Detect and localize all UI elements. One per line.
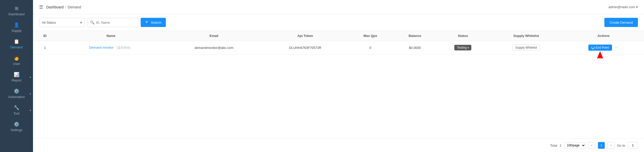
- total-count: 1: [560, 144, 561, 147]
- cell-actions: End Point ···: [563, 41, 644, 54]
- col-max-qps: Max Qps: [347, 31, 393, 41]
- user-dropdown-icon: ▾: [636, 5, 638, 9]
- col-supply-whitelist: Supply Whitelist: [489, 31, 563, 41]
- breadcrumb-separator: /: [65, 5, 66, 9]
- cell-name: Demand monitor （监控勿动）: [57, 41, 165, 54]
- actions-cell: End Point ···: [567, 45, 640, 51]
- svg-marker-0: [597, 51, 603, 58]
- search-input[interactable]: [96, 21, 135, 24]
- col-api-token: Api Token: [263, 31, 348, 41]
- sidebar-item-supply[interactable]: 👤 Supply: [0, 19, 33, 36]
- sidebar-item-tool[interactable]: 🔧 Tool ▾: [0, 102, 33, 118]
- col-name: Name: [57, 31, 165, 41]
- col-balance: Balance: [393, 31, 437, 41]
- search-input-wrap: 🔍: [87, 18, 138, 27]
- sidebar-item-label: Automation: [8, 95, 25, 99]
- breadcrumb-current: Demand: [68, 5, 81, 9]
- dashboard-icon: ⊞: [15, 6, 19, 11]
- table-header-row: ID Name Email Api Token Max Qps Balance …: [33, 31, 644, 41]
- header: ☰ Dashboard / Demand admin@nadx.com ▾: [33, 0, 644, 14]
- sidebar-item-label: User: [13, 62, 20, 66]
- report-icon: 📊: [14, 72, 19, 77]
- cell-status: Testing ▾: [437, 41, 489, 54]
- cell-id: 1: [33, 41, 57, 54]
- chevron-down-icon: ▾: [80, 21, 82, 24]
- header-left: ☰ Dashboard / Demand: [39, 4, 81, 10]
- breadcrumb-home[interactable]: Dashboard: [46, 5, 64, 9]
- search-button[interactable]: 🔍 Search: [141, 18, 166, 27]
- demand-table: ID Name Email Api Token Max Qps Balance …: [33, 31, 644, 54]
- sidebar-item-label: Settings: [11, 128, 23, 132]
- search-btn-label: Search: [151, 21, 161, 24]
- cell-api-token: DLUHH4763F70573R: [263, 41, 348, 54]
- sidebar-item-dashboard[interactable]: ⊞ Dashboard: [0, 3, 33, 19]
- supply-icon: 👤: [14, 22, 19, 28]
- current-page-button[interactable]: 1: [598, 142, 605, 149]
- col-email: Email: [165, 31, 263, 41]
- prev-page-button[interactable]: ‹: [588, 142, 595, 149]
- chevron-down-icon: ▾: [30, 92, 31, 95]
- sidebar-item-user[interactable]: 🧑 User: [0, 52, 33, 69]
- demand-name-link[interactable]: Demand monitor （监控勿动）: [89, 46, 133, 49]
- goto-label: Go to: [617, 144, 625, 147]
- pagination-bar: Total 1 100/page ‹ 1 › Go to: [33, 139, 644, 152]
- col-status: Status: [437, 31, 489, 41]
- sidebar-item-label: Dashboard: [8, 12, 25, 16]
- table-container: ID Name Email Api Token Max Qps Balance …: [33, 31, 644, 139]
- status-badge[interactable]: Testing ▾: [454, 45, 471, 50]
- breadcrumb: Dashboard / Demand: [46, 5, 81, 9]
- supply-whitelist-button[interactable]: Supply Whitelist: [512, 45, 540, 51]
- cell-supply-whitelist: Supply Whitelist: [489, 41, 563, 54]
- search-icon: 🔍: [90, 20, 94, 24]
- status-chevron-icon: ▾: [468, 46, 469, 49]
- cell-balance: $0.0000: [393, 41, 437, 54]
- tool-icon: 🔧: [14, 105, 19, 110]
- hamburger-icon[interactable]: ☰: [39, 4, 43, 10]
- sidebar-item-report[interactable]: 📊 Report ▾: [0, 69, 33, 85]
- cell-email: demandmonitor@abc.com: [165, 41, 263, 54]
- toolbar: All Status ▾ 🔍 🔍 Search Create Demand: [33, 14, 644, 31]
- endpoint-button[interactable]: End Point: [588, 45, 612, 51]
- create-demand-button[interactable]: Create Demand: [604, 18, 638, 27]
- red-arrow-annotation: [597, 51, 603, 58]
- endpoint-wrap: End Point: [588, 45, 612, 51]
- settings-icon: ⚙️: [14, 121, 19, 127]
- chevron-down-icon: ▾: [30, 109, 31, 112]
- chevron-down-icon: ▾: [30, 76, 31, 78]
- toolbar-left: All Status ▾ 🔍 🔍 Search: [39, 18, 166, 27]
- col-actions: Actions: [563, 31, 644, 41]
- sidebar-item-label: Tool: [13, 112, 20, 115]
- sidebar-item-label: Supply: [11, 29, 22, 33]
- sidebar-item-demand[interactable]: 📋 Demand: [0, 36, 33, 52]
- demand-icon: 📋: [14, 39, 19, 44]
- sidebar-item-label: Report: [11, 78, 21, 82]
- sidebar-item-automation[interactable]: ⚙️ Automation ▾: [0, 85, 33, 102]
- user-email: admin@nadx.com: [608, 5, 635, 9]
- sidebar: ⊞ Dashboard 👤 Supply 📋 Demand 🧑 User 📊 R…: [0, 0, 33, 152]
- cell-max-qps: 0: [347, 41, 393, 54]
- user-info[interactable]: admin@nadx.com ▾: [608, 5, 638, 9]
- main-content: ☰ Dashboard / Demand admin@nadx.com ▾ Al…: [33, 0, 644, 152]
- sidebar-item-settings[interactable]: ⚙️ Settings: [0, 118, 33, 135]
- col-id: ID: [33, 31, 57, 41]
- more-actions-button[interactable]: ···: [614, 45, 619, 50]
- status-filter-label: All Status: [42, 21, 56, 24]
- total-label: Total: [550, 144, 557, 147]
- page-size-select[interactable]: 100/page: [564, 142, 586, 148]
- user-icon: 🧑: [14, 55, 19, 61]
- search-btn-icon: 🔍: [145, 21, 149, 24]
- next-page-button[interactable]: ›: [607, 142, 615, 149]
- automation-icon: ⚙️: [14, 88, 19, 94]
- status-filter[interactable]: All Status ▾: [39, 18, 85, 27]
- table-row: 1 Demand monitor （监控勿动） demandmonitor@ab…: [33, 41, 644, 54]
- sidebar-item-label: Demand: [10, 45, 23, 49]
- goto-input[interactable]: [628, 142, 638, 149]
